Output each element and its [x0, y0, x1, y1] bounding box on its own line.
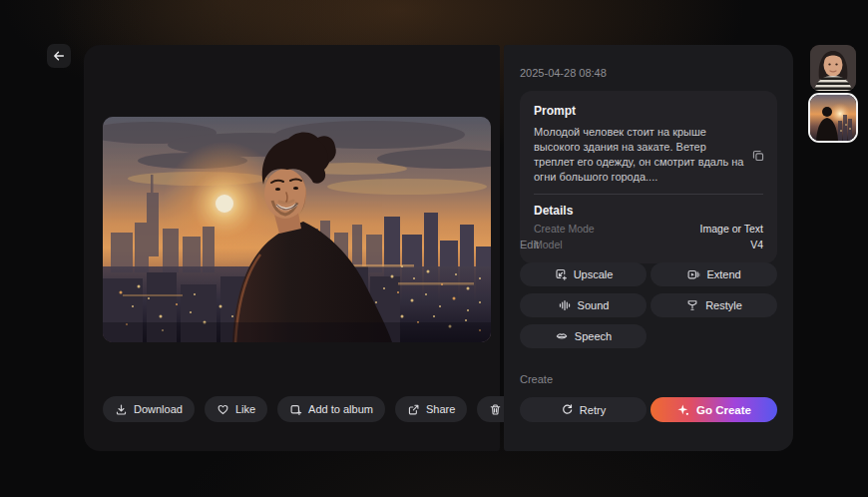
retry-button[interactable]: Retry: [520, 397, 647, 422]
detail-row-create-mode: Create Mode Image or Text: [534, 223, 763, 236]
media-action-bar: Download Like Add to album: [103, 396, 552, 422]
like-button[interactable]: Like: [205, 396, 267, 422]
restyle-button[interactable]: Restyle: [651, 293, 777, 317]
speech-icon: [555, 329, 569, 343]
details-title: Details: [534, 204, 763, 218]
prompt-card: Prompt Молодой человек стоит на крыше вы…: [520, 91, 777, 263]
detail-value: Image or Text: [700, 223, 763, 236]
copy-prompt-button[interactable]: [751, 149, 765, 163]
upscale-label: Upscale: [574, 268, 614, 280]
like-label: Like: [235, 403, 255, 415]
details-panel: 2025-04-28 08:48 Prompt Молодой человек …: [504, 45, 793, 451]
restyle-icon: [685, 298, 699, 312]
sound-icon: [558, 298, 572, 312]
creation-timestamp: 2025-04-28 08:48: [520, 67, 607, 79]
speech-label: Speech: [575, 330, 612, 342]
add-to-album-label: Add to album: [308, 403, 373, 415]
share-label: Share: [426, 403, 455, 415]
share-icon: [407, 403, 420, 416]
restyle-label: Restyle: [705, 299, 742, 311]
back-arrow-icon: [52, 49, 66, 63]
prompt-text: Молодой человек стоит на крыше высокого …: [534, 125, 745, 185]
speech-button[interactable]: Speech: [520, 324, 647, 348]
retry-label: Retry: [580, 404, 606, 416]
back-button[interactable]: [47, 44, 71, 68]
extend-icon: [686, 267, 700, 281]
copy-icon: [751, 149, 765, 163]
download-button[interactable]: Download: [103, 396, 195, 422]
download-icon: [115, 403, 128, 416]
download-label: Download: [134, 403, 183, 415]
create-buttons-row: Retry Go Create: [520, 397, 777, 422]
edit-section-label: Edit: [520, 239, 539, 250]
extend-label: Extend: [706, 268, 740, 280]
prompt-title: Prompt: [534, 104, 763, 118]
extend-button[interactable]: Extend: [651, 262, 777, 286]
media-detail-page: Download Like Add to album: [0, 0, 868, 497]
sound-label: Sound: [578, 299, 610, 311]
sparkle-icon: [676, 403, 690, 417]
go-create-button[interactable]: Go Create: [651, 397, 777, 422]
retry-icon: [561, 403, 574, 416]
add-to-album-button[interactable]: Add to album: [277, 396, 385, 422]
heart-icon: [217, 403, 229, 416]
generated-image[interactable]: [103, 117, 491, 342]
sound-button[interactable]: Sound: [520, 293, 647, 317]
thumbnail-current-sunset[interactable]: [808, 93, 858, 143]
upscale-button[interactable]: Upscale: [520, 262, 647, 286]
card-divider: [534, 194, 763, 195]
detail-value: V4: [750, 239, 763, 251]
share-button[interactable]: Share: [395, 396, 467, 422]
go-create-label: Go Create: [696, 404, 751, 416]
create-section-label: Create: [520, 373, 553, 385]
trash-icon: [489, 403, 502, 416]
album-plus-icon: [289, 403, 302, 416]
thumbnail-portrait-woman[interactable]: [810, 45, 856, 91]
media-viewer-panel: Download Like Add to album: [84, 45, 500, 451]
detail-row-model: Model V4: [534, 239, 763, 251]
upscale-icon: [554, 267, 568, 281]
detail-label: Create Mode: [534, 223, 595, 236]
edit-buttons-grid: Upscale Extend: [520, 262, 777, 348]
